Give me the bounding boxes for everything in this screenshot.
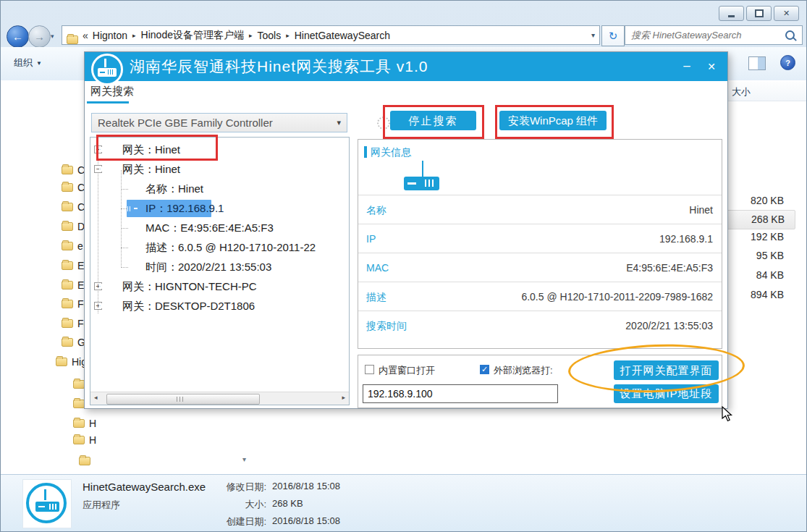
external-browser-checkbox-label[interactable]: 外部浏览器打: <box>494 364 553 377</box>
organize-label: 组织 <box>14 56 33 69</box>
info-row-label: 搜索时间 <box>366 311 407 340</box>
help-button[interactable]: ? <box>780 55 795 70</box>
nav-history-dropdown-icon[interactable]: ▾ <box>51 33 54 40</box>
file-size-cell[interactable]: 268 KB <box>724 210 795 229</box>
dialog-close-button[interactable]: ✕ <box>703 58 720 75</box>
tab-gateway-search[interactable]: 网关搜索 <box>90 85 134 98</box>
tree-item[interactable]: −网关：Hinet <box>90 160 349 180</box>
maximize-icon <box>755 9 764 17</box>
organize-button[interactable]: 组织 ▼ <box>14 56 42 69</box>
refresh-button[interactable]: ↻ <box>601 25 625 46</box>
set-pc-ip-button[interactable]: 设置电脑IP地址段 <box>614 384 719 403</box>
preview-pane-button[interactable] <box>748 56 766 70</box>
tree-item-label: 时间：2020/2/21 13:55:03 <box>145 261 271 274</box>
search-input[interactable] <box>625 30 785 41</box>
tree-item[interactable]: 名称：Hinet <box>90 180 349 199</box>
info-row-IP: IP192.168.9.1 <box>358 224 722 253</box>
minimize-button[interactable] <box>719 6 744 21</box>
ip-input[interactable] <box>363 384 558 403</box>
file-size-cell[interactable]: 192 KB <box>724 228 794 246</box>
info-row-label: MAC <box>366 253 389 282</box>
folder-icon <box>62 242 73 250</box>
info-row-value: E4:95:6E:4E:A5:F3 <box>626 253 713 282</box>
info-row-名称: 名称Hinet <box>358 195 722 224</box>
file-size-cell[interactable]: 894 KB <box>724 286 794 304</box>
sidebar-item-h[interactable]: H <box>1 415 250 433</box>
search-box[interactable] <box>625 25 803 45</box>
back-button[interactable]: ← <box>7 25 29 48</box>
mouse-cursor <box>722 406 733 425</box>
breadcrumb-item[interactable]: Hinode设备管理客户端 <box>138 29 247 42</box>
select-arrow-icon: ▾ <box>337 118 341 127</box>
tree-item-label: IP：192.168.9.1 <box>145 202 224 214</box>
external-browser-checkbox[interactable]: ✓ <box>480 365 489 374</box>
router-logo-icon <box>26 483 67 523</box>
maximize-button[interactable] <box>746 6 772 21</box>
sidebar-item[interactable] <box>1 452 250 470</box>
sidebar-scroll-down-icon[interactable]: ▾ <box>242 455 246 463</box>
breadcrumb-dropdown-icon[interactable]: ▾ <box>591 31 595 39</box>
folder-icon <box>62 183 73 192</box>
breadcrumb-separator-icon: ▸ <box>284 32 292 39</box>
breadcrumb-item[interactable]: Tools <box>255 30 284 41</box>
breadcrumb-overflow-chevron[interactable]: « <box>78 30 90 41</box>
folder-icon <box>73 436 85 444</box>
dialog-title: 湖南华辰智通科技Hinet网关搜索工具 v1.0 <box>130 52 428 81</box>
folder-icon <box>73 380 85 389</box>
install-winpcap-button[interactable]: 安装WinPcap 组件 <box>499 111 607 130</box>
folder-icon <box>62 281 73 290</box>
folder-icon <box>67 35 78 44</box>
header-accent-bar <box>364 146 367 158</box>
details-field: 创建日期:2016/8/18 15:08 <box>207 515 446 530</box>
close-icon: ✕ <box>783 9 790 17</box>
tree-item[interactable]: IP：192.168.9.1 <box>90 199 349 219</box>
info-row-label: 描述 <box>366 282 386 311</box>
breadcrumb[interactable]: «Hignton▸Hinode设备管理客户端▸Tools▸HinetGatewa… <box>62 25 600 45</box>
selected-file-type: 应用程序 <box>83 499 120 512</box>
tree-guide-stub <box>121 228 128 229</box>
tree-item-label: 描述：6.0.5 @ H120-1710-2011-22 <box>145 241 316 255</box>
scroll-right-icon[interactable]: ▸ <box>342 394 345 401</box>
gateway-info-panel: 网关信息 名称HinetIP192.168.9.1MACE4:95:6E:4E:… <box>358 139 722 349</box>
details-field-value: 268 KB <box>272 498 303 509</box>
breadcrumb-item[interactable]: Hignton <box>90 30 130 41</box>
file-size-column: 820 KB268 KB192 KB95 KB84 KB894 KB <box>724 80 807 474</box>
search-icon <box>785 30 795 40</box>
dialog-minimize-button[interactable]: – <box>678 58 696 75</box>
tab-underline <box>87 101 129 104</box>
embedded-window-checkbox-label[interactable]: 内置窗口打开 <box>379 364 435 377</box>
stop-search-button[interactable]: 停止搜索 <box>390 111 476 130</box>
tree-item[interactable]: 描述：6.0.5 @ H120-1710-2011-22 <box>90 238 349 258</box>
open-gateway-config-button[interactable]: 打开网关配置界面 <box>614 360 719 380</box>
tree-item[interactable]: MAC：E4:95:6E:4E:A5:F3 <box>90 219 349 238</box>
back-icon: ← <box>12 30 23 43</box>
details-field-label: 大小: <box>207 498 266 511</box>
tree-item-label: MAC：E4:95:6E:4E:A5:F3 <box>145 221 274 235</box>
info-row-value: 2020/2/21 13:55:03 <box>625 311 713 340</box>
details-field: 修改日期:2016/8/18 15:08 <box>207 481 446 495</box>
tree-horizontal-scrollbar[interactable]: ◂ ▸ <box>90 392 349 405</box>
scroll-left-icon[interactable]: ◂ <box>94 394 98 401</box>
tree-item[interactable]: +网关：HIGNTON-TECH-PC <box>90 277 349 297</box>
breadcrumb-item[interactable]: HinetGatewaySearch <box>292 30 393 41</box>
embedded-window-checkbox[interactable] <box>365 365 374 374</box>
sidebar-item-h[interactable]: H <box>1 431 250 449</box>
file-size-cell[interactable]: 820 KB <box>724 192 794 210</box>
router-icon <box>404 177 439 190</box>
folder-icon <box>62 319 73 328</box>
file-size-cell[interactable]: 95 KB <box>724 247 794 265</box>
details-field: 大小:268 KB <box>207 498 446 512</box>
forward-button[interactable]: → <box>28 25 51 48</box>
router-antenna-icon <box>422 161 423 177</box>
folder-icon <box>62 203 73 211</box>
tree-item[interactable]: +网关：Hinet <box>90 140 349 160</box>
details-field-value: 2016/8/18 15:08 <box>272 515 340 526</box>
adapter-select[interactable]: Realtek PCIe GBE Family Controller ▾ <box>91 113 347 132</box>
folder-icon <box>79 457 90 465</box>
file-size-cell[interactable]: 84 KB <box>724 266 794 284</box>
scrollbar-thumb[interactable] <box>106 394 260 405</box>
close-button[interactable]: ✕ <box>774 6 799 21</box>
gateway-tree[interactable]: ◂ ▸ +网关：Hinet−网关：Hinet名称：HinetIP：192.168… <box>90 137 350 405</box>
tree-item[interactable]: +网关：DESKTOP-D2T1806 <box>90 297 349 316</box>
tree-item[interactable]: 时间：2020/2/21 13:55:03 <box>90 258 349 277</box>
